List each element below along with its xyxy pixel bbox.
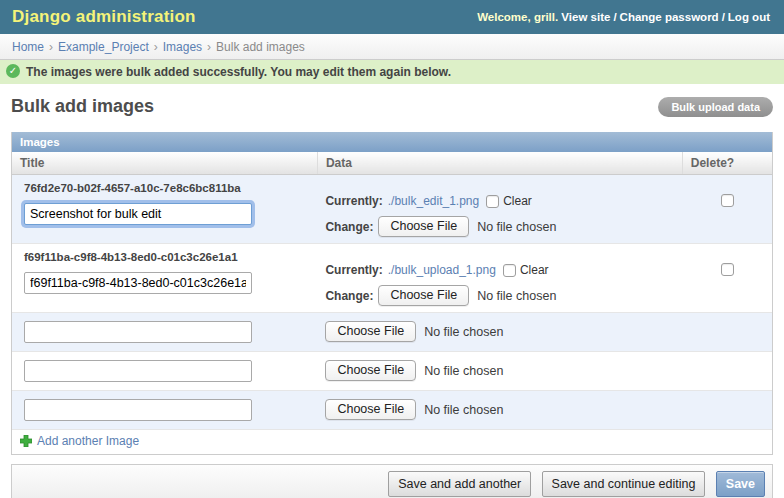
bulk-upload-data-button[interactable]: Bulk upload data <box>658 97 773 117</box>
current-file-link[interactable]: ./bulk_edit_1.png <box>388 194 479 208</box>
save-and-continue-editing-button[interactable]: Save and continue editing <box>542 471 706 497</box>
images-inline-group: Images Title Data Delete? 76fd2e70-b02f-… <box>11 132 773 455</box>
table-row: f69f11ba-c9f8-4b13-8ed0-c01c3c26e1a1 Cur… <box>12 244 772 313</box>
save-and-add-another-button[interactable]: Save and add another <box>388 471 531 497</box>
change-label: Change: <box>325 220 373 234</box>
admin-header: Django administration Welcome, grill. Vi… <box>0 0 784 34</box>
add-another-image-label: Add another Image <box>37 434 139 448</box>
title-input[interactable] <box>24 203 252 225</box>
column-header-title: Title <box>12 152 317 175</box>
clear-checkbox[interactable] <box>486 195 499 208</box>
view-site-link[interactable]: View site <box>561 11 610 23</box>
inline-group-title: Images <box>12 132 772 152</box>
change-label: Change: <box>325 289 373 303</box>
breadcrumb-home[interactable]: Home <box>12 40 44 54</box>
choose-file-button[interactable]: Choose File <box>378 285 469 306</box>
breadcrumb: Home › Example_Project › Images › Bulk a… <box>0 34 784 60</box>
title-input[interactable] <box>24 321 252 343</box>
breadcrumb-current: Bulk add images <box>216 40 305 54</box>
clear-label: Clear <box>503 194 532 208</box>
save-button[interactable]: Save <box>716 471 765 497</box>
currently-label: Currently: <box>325 263 382 277</box>
clear-checkbox[interactable] <box>503 264 516 277</box>
table-row: Choose File No file chosen <box>12 313 772 352</box>
table-row: Choose File No file chosen <box>12 352 772 391</box>
success-message: ✓ The images were bulk added successfull… <box>0 60 784 84</box>
add-another-image-link[interactable]: Add another Image <box>20 434 139 448</box>
no-file-chosen-text: No file chosen <box>477 289 556 303</box>
choose-file-button[interactable]: Choose File <box>378 216 469 237</box>
change-password-link[interactable]: Change password <box>620 11 719 23</box>
object-label: f69f11ba-c9f8-4b13-8ed0-c01c3c26e1a1 <box>24 251 309 263</box>
logout-link[interactable]: Log out <box>728 11 770 23</box>
no-file-chosen-text: No file chosen <box>424 325 503 339</box>
column-header-delete: Delete? <box>682 152 772 175</box>
delete-checkbox[interactable] <box>721 263 734 276</box>
site-title: Django administration <box>12 7 196 27</box>
delete-checkbox[interactable] <box>721 194 734 207</box>
object-tools: Bulk upload data <box>658 94 773 117</box>
title-input[interactable] <box>24 272 252 294</box>
clear-label: Clear <box>520 263 549 277</box>
currently-label: Currently: <box>325 194 382 208</box>
username: grill <box>534 11 555 23</box>
breadcrumb-images[interactable]: Images <box>163 40 202 54</box>
success-message-text: The images were bulk added successfully.… <box>26 65 451 79</box>
message-list: ✓ The images were bulk added successfull… <box>0 60 784 84</box>
title-input[interactable] <box>24 360 252 382</box>
add-row: Add another Image <box>12 430 772 455</box>
current-file-link[interactable]: ./bulk_upload_1.png <box>388 263 496 277</box>
check-icon: ✓ <box>6 64 20 78</box>
object-label: 76fd2e70-b02f-4657-a10c-7e8c6bc811ba <box>24 182 309 194</box>
welcome-text: Welcome, <box>477 11 534 23</box>
plus-icon <box>20 435 32 447</box>
title-input[interactable] <box>24 399 252 421</box>
submit-row: Save and add another Save and continue e… <box>11 464 773 498</box>
user-tools: Welcome, grill. View site/Change passwor… <box>477 11 770 23</box>
no-file-chosen-text: No file chosen <box>424 364 503 378</box>
page-title: Bulk add images <box>11 94 154 117</box>
breadcrumb-project[interactable]: Example_Project <box>58 40 149 54</box>
table-row: Choose File No file chosen <box>12 391 772 430</box>
table-row: 76fd2e70-b02f-4657-a10c-7e8c6bc811ba Cur… <box>12 175 772 244</box>
column-header-data: Data <box>317 152 682 175</box>
no-file-chosen-text: No file chosen <box>477 220 556 234</box>
no-file-chosen-text: No file chosen <box>424 403 503 417</box>
choose-file-button[interactable]: Choose File <box>325 399 416 420</box>
images-table: Title Data Delete? 76fd2e70-b02f-4657-a1… <box>12 152 772 454</box>
choose-file-button[interactable]: Choose File <box>325 360 416 381</box>
choose-file-button[interactable]: Choose File <box>325 321 416 342</box>
